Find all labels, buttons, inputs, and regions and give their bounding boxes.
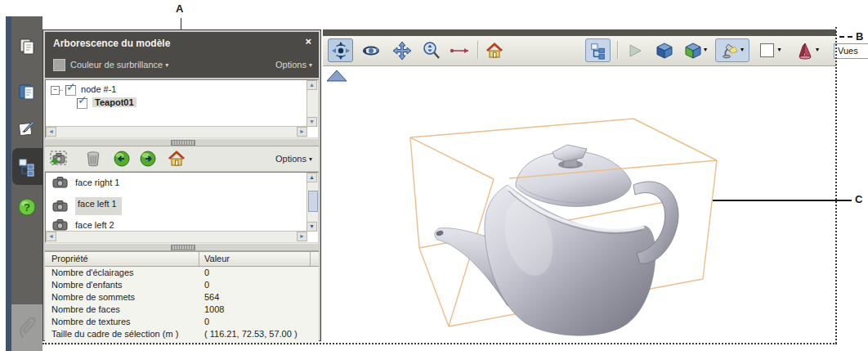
chevron-down-icon: ▾ — [740, 46, 744, 53]
create-view-button[interactable] — [50, 150, 68, 168]
model-tree-icon — [589, 42, 607, 60]
pages-tab[interactable] — [16, 36, 38, 57]
close-icon[interactable]: × — [305, 35, 311, 47]
check-icon: ✓ — [78, 93, 87, 106]
scrollbar-thumb[interactable] — [308, 191, 318, 212]
3d-viewport[interactable] — [323, 65, 836, 343]
model-tree-tab[interactable] — [16, 156, 38, 178]
cube-icon — [655, 42, 673, 60]
pages-icon — [17, 37, 37, 56]
measure-tool-button[interactable] — [448, 38, 472, 62]
cross-section-icon — [796, 42, 814, 60]
background-color-dropdown[interactable]: ▾ — [754, 38, 787, 62]
svg-text:?: ? — [24, 201, 30, 214]
tree-collapse-icon[interactable]: − — [51, 86, 60, 95]
scroll-right-icon[interactable]: ► — [297, 232, 307, 241]
views-list: face right 1 face left 1 face left 2 — [45, 172, 319, 243]
views-horizontal-scrollbar[interactable]: ◄ ► — [46, 231, 307, 242]
toolbar-separator — [617, 41, 619, 59]
highlight-color-swatch[interactable] — [53, 59, 65, 71]
chevron-down-icon: ▾ — [309, 155, 312, 163]
previous-view-button[interactable] — [113, 150, 131, 168]
callout-line-b — [839, 36, 852, 38]
pan-tool-icon — [392, 41, 412, 61]
tree-checkbox[interactable]: ✓ — [65, 85, 76, 96]
tree-checkbox[interactable]: ✓ — [77, 98, 87, 109]
tree-vertical-scrollbar[interactable]: ▲ ▼ — [306, 80, 318, 127]
splitter-grip[interactable] — [171, 245, 195, 250]
model-tree-panel: Arborescence du modèle × Couleur de surb… — [43, 29, 321, 341]
splitter-grip[interactable] — [171, 140, 195, 146]
tree-horizontal-scrollbar[interactable]: ◄ ► — [46, 126, 307, 137]
camera-icon — [52, 219, 68, 231]
camera-icon — [52, 177, 68, 188]
window-border-right — [835, 27, 837, 344]
next-view-button[interactable] — [139, 150, 157, 168]
scroll-left-icon[interactable]: ◄ — [46, 232, 56, 241]
paperclip-icon — [16, 316, 38, 340]
column-divider[interactable] — [199, 252, 199, 266]
toolbar-separator — [477, 41, 479, 59]
window-edge-strip — [6, 16, 11, 351]
render-mode-cube-icon — [684, 42, 702, 60]
panel-header: Arborescence du modèle × Couleur de surb… — [45, 32, 319, 78]
tree-row-teapot[interactable]: ✓ Teapot01 — [74, 97, 136, 109]
list-item-view-selected[interactable]: face left 1 — [52, 197, 122, 215]
help-tab[interactable]: ? — [16, 196, 38, 218]
callout-line-c — [713, 200, 852, 201]
signatures-tab[interactable] — [16, 118, 38, 139]
spin-tool-button[interactable] — [358, 38, 383, 62]
scroll-right-icon[interactable]: ► — [297, 127, 307, 137]
zoom-tool-button[interactable] — [419, 38, 444, 62]
column-header-property[interactable]: Propriété — [51, 254, 88, 263]
views-dropdown[interactable]: Vues ▾ — [834, 43, 868, 59]
scroll-up-icon[interactable]: ▲ — [306, 173, 317, 182]
background-color-swatch — [760, 43, 774, 57]
rotate-tool-button[interactable] — [328, 38, 353, 62]
views-options-dropdown[interactable]: Options ▾ — [275, 154, 312, 164]
play-animation-button[interactable] — [624, 38, 647, 62]
delete-view-button[interactable] — [84, 150, 102, 168]
list-item-view[interactable]: face right 1 — [52, 177, 119, 188]
chevron-down-icon: ▾ — [816, 46, 819, 53]
callout-label-b: B — [856, 30, 863, 43]
tree-options-dropdown[interactable]: Options ▾ — [275, 60, 312, 70]
table-row: Nombre de textures 0 — [45, 316, 319, 328]
lighting-icon — [721, 42, 739, 60]
properties-table: Nombre d'éclairages 0 Nombre d'enfants 0… — [45, 267, 319, 345]
pan-tool-button[interactable] — [389, 38, 414, 62]
chevron-down-icon: ▾ — [704, 46, 707, 53]
panel-splitter[interactable] — [45, 138, 319, 146]
scroll-down-icon[interactable]: ▼ — [306, 222, 317, 232]
default-view-button[interactable] — [483, 38, 506, 62]
panel-splitter[interactable] — [45, 243, 319, 251]
table-row: Nombre de faces 1008 — [45, 304, 319, 316]
scroll-up-icon[interactable]: ▲ — [306, 80, 317, 90]
3d-toolbar: Vues ▾ — [323, 36, 836, 66]
screenshot-root: A — [0, 0, 868, 351]
measure-tool-icon — [450, 43, 471, 59]
render-mode-dropdown[interactable]: ▾ — [679, 38, 712, 62]
lighting-dropdown[interactable]: ▾ — [715, 38, 749, 62]
teapot-model[interactable] — [435, 145, 678, 335]
views-toolbar: Options ▾ — [45, 146, 319, 172]
table-row: Nombre de sommets 564 — [45, 291, 319, 304]
model-tree-icon — [17, 157, 37, 177]
render-solid-button[interactable] — [653, 38, 676, 62]
toggle-model-tree-button[interactable] — [585, 38, 611, 62]
scroll-left-icon[interactable]: ◄ — [46, 127, 56, 137]
column-divider[interactable] — [310, 252, 311, 266]
callout-label-c: C — [855, 193, 862, 205]
attachments-tab[interactable] — [16, 317, 38, 339]
column-header-value[interactable]: Valeur — [204, 254, 230, 263]
highlight-color-dropdown[interactable]: Couleur de surbrillance ▾ — [70, 60, 168, 70]
go-home-view-button[interactable] — [168, 150, 186, 168]
list-item-view[interactable]: face left 2 — [52, 219, 114, 231]
cross-section-dropdown[interactable]: ▾ — [790, 38, 825, 62]
table-row: Nombre d'éclairages 0 — [45, 267, 319, 279]
chevron-down-icon: ▾ — [165, 61, 168, 69]
scroll-down-icon[interactable]: ▼ — [306, 117, 317, 127]
layers-icon — [17, 82, 37, 101]
layers-tab[interactable] — [16, 81, 38, 102]
views-vertical-scrollbar[interactable]: ▲ ▼ — [306, 173, 318, 232]
